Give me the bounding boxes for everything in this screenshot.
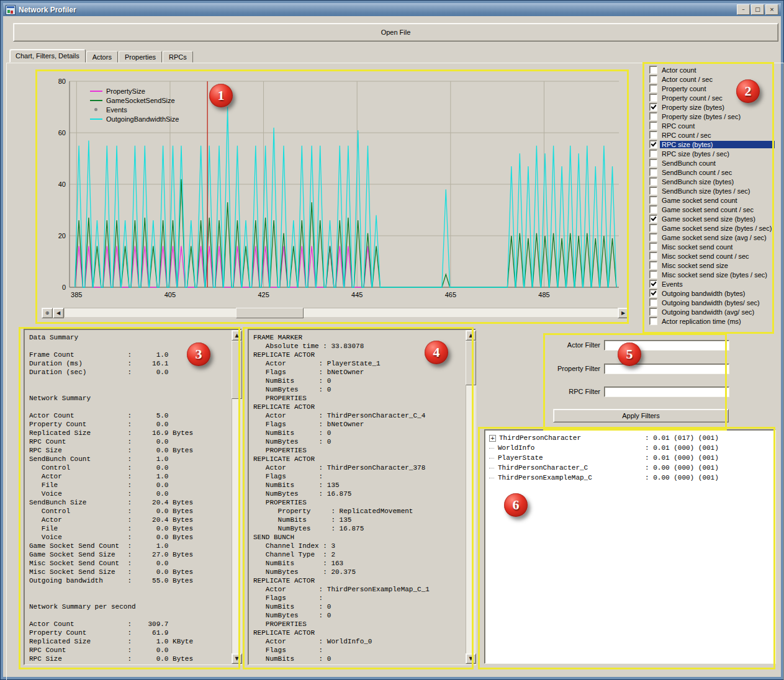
metric-item[interactable]: Property size (bytes) — [649, 102, 775, 112]
metric-item[interactable]: Misc socket send count / sec — [649, 251, 775, 261]
chart-scrollbar[interactable]: ⊕ ◀ ▶ — [42, 308, 629, 317]
metric-item[interactable]: Game socket send size (avg / sec) — [649, 233, 775, 242]
checkbox-icon[interactable] — [649, 187, 657, 195]
checkbox-icon[interactable] — [649, 280, 657, 288]
checkbox-icon[interactable] — [649, 131, 657, 139]
tab-properties[interactable]: Properties — [119, 51, 162, 63]
scroll-up-button[interactable]: ▲ — [232, 330, 242, 341]
checkbox-icon[interactable] — [649, 261, 657, 269]
scrollbar-thumb[interactable] — [232, 341, 242, 399]
data-summary-text: Data Summary Frame Count : 1.0 Duration … — [24, 329, 232, 664]
checkbox-icon[interactable] — [649, 233, 657, 241]
close-icon: × — [770, 7, 775, 12]
metric-item[interactable]: SendBunch size (bytes) — [649, 177, 775, 186]
metric-label: RPC count — [660, 122, 696, 130]
scrollbar-thumb[interactable] — [466, 341, 476, 385]
metric-item[interactable]: SendBunch count / sec — [649, 168, 775, 177]
checkbox-icon[interactable] — [649, 94, 657, 102]
checkmark-icon — [651, 280, 656, 286]
checkbox-icon[interactable] — [649, 289, 657, 297]
badge-number: 5 — [626, 346, 633, 362]
property-filter-input[interactable] — [604, 364, 729, 374]
metric-item[interactable]: Outgoing bandwidth (bytes/ sec) — [649, 298, 775, 307]
scroll-left-button[interactable]: ◀ — [53, 308, 64, 318]
checkbox-icon[interactable] — [649, 84, 657, 92]
checkbox-icon[interactable] — [649, 224, 657, 232]
metric-item[interactable]: Outgoing bandwidth (bytes) — [649, 289, 775, 298]
metric-item[interactable]: Game socket send count — [649, 195, 775, 205]
metric-item[interactable]: Game socket send size (bytes) — [649, 214, 775, 223]
checkbox-icon[interactable] — [649, 205, 657, 213]
checkbox-icon[interactable] — [649, 308, 657, 316]
client-area: Open File Chart, Filters, Details Actors… — [3, 16, 781, 677]
svg-text:60: 60 — [58, 129, 66, 136]
metric-item[interactable]: RPC size (bytes / sec) — [649, 149, 775, 158]
checkbox-icon[interactable] — [649, 168, 657, 176]
svg-text:485: 485 — [538, 291, 549, 298]
metric-item[interactable]: RPC count / sec — [649, 130, 775, 140]
checkbox-icon[interactable] — [649, 150, 657, 158]
metric-item[interactable]: RPC count — [649, 121, 775, 130]
checkbox-icon[interactable] — [649, 252, 657, 260]
metric-item[interactable]: Actor replication time (ms) — [649, 316, 775, 326]
checkbox-icon[interactable] — [649, 103, 657, 111]
chart-scrollbar-thumb[interactable] — [236, 308, 304, 318]
expand-icon[interactable]: + — [489, 435, 496, 442]
checkbox-icon[interactable] — [649, 122, 657, 130]
tab-actors[interactable]: Actors — [86, 51, 118, 63]
open-file-button[interactable]: Open File — [13, 23, 778, 42]
checkbox-icon[interactable] — [649, 317, 657, 325]
metric-item[interactable]: Misc socket send size — [649, 261, 775, 270]
apply-filters-button[interactable]: Apply Filters — [553, 409, 729, 423]
metric-item[interactable]: Property size (bytes / sec) — [649, 112, 775, 121]
scroll-up-button[interactable]: ▲ — [466, 330, 476, 341]
tree-item[interactable]: ThirdPersonExampleMap_C: 0.00 (000) (001… — [485, 473, 775, 483]
tab-rpcs[interactable]: RPCs — [163, 51, 193, 63]
metric-item[interactable]: Misc socket send count — [649, 242, 775, 251]
metric-item[interactable]: RPC size (bytes) — [649, 140, 775, 149]
tree-item[interactable]: PlayerState: 0.01 (000) (001) — [485, 453, 775, 463]
chart-scrollbar-track[interactable] — [64, 308, 618, 317]
checkbox-icon[interactable] — [649, 66, 657, 74]
tree-item-value: : 0.00 (000) (001) — [645, 464, 719, 472]
tree-item[interactable]: +ThirdPersonCharacter: 0.01 (017) (001) — [485, 433, 775, 443]
legend-label: OutgoingBandwidthSize — [106, 115, 179, 123]
checkbox-icon[interactable] — [649, 140, 657, 148]
metric-item[interactable]: Misc socket send size (bytes / sec) — [649, 270, 775, 279]
frame-details-scrollbar[interactable]: ▲ ▼ — [466, 330, 475, 664]
checkbox-icon[interactable] — [649, 75, 657, 83]
metric-item[interactable]: Actor count — [649, 65, 775, 74]
checkbox-icon[interactable] — [649, 243, 657, 251]
scroll-right-button[interactable]: ▶ — [618, 308, 629, 318]
metric-item[interactable]: SendBunch count — [649, 158, 775, 168]
tab-chart-filters-details[interactable]: Chart, Filters, Details — [9, 49, 86, 63]
checkbox-icon[interactable] — [649, 196, 657, 204]
chart-zoom-button[interactable]: ⊕ — [42, 308, 53, 318]
metric-item[interactable]: Game socket send count / sec — [649, 205, 775, 214]
legend-item: OutgoingBandwidthSize — [90, 114, 179, 123]
metric-item[interactable]: SendBunch size (bytes / sec) — [649, 186, 775, 195]
checkbox-icon[interactable] — [649, 112, 657, 120]
checkbox-icon[interactable] — [649, 177, 657, 186]
maximize-button[interactable]: □ — [751, 4, 764, 15]
rpc-filter-input[interactable] — [604, 387, 729, 397]
data-summary-scrollbar[interactable]: ▲ ▼ — [232, 330, 241, 664]
checkbox-icon[interactable] — [649, 298, 657, 306]
tree-item[interactable]: ThirdPersonCharacter_C: 0.00 (000) (001) — [485, 463, 775, 473]
zoom-icon: ⊕ — [45, 310, 50, 316]
checkbox-icon[interactable] — [649, 271, 657, 279]
scroll-down-button[interactable]: ▼ — [232, 653, 242, 664]
svg-text:405: 405 — [164, 291, 176, 298]
metric-item[interactable]: Game socket send size (bytes / sec) — [649, 223, 775, 233]
metric-item[interactable]: Outgoing bandwidth (avg/ sec) — [649, 307, 775, 316]
metric-item[interactable]: Events — [649, 279, 775, 289]
scroll-down-button[interactable]: ▼ — [466, 653, 476, 664]
tree-item[interactable]: WorldInfo: 0.01 (000) (001) — [485, 443, 775, 453]
minimize-button[interactable]: – — [737, 4, 750, 15]
metric-label: RPC count / sec — [660, 132, 713, 139]
title-bar[interactable]: Network Profiler – □ × — [3, 3, 781, 16]
close-button[interactable]: × — [765, 4, 778, 15]
legend-item: GameSocketSendSize — [90, 96, 179, 105]
checkbox-icon[interactable] — [649, 159, 657, 167]
checkbox-icon[interactable] — [649, 215, 657, 223]
